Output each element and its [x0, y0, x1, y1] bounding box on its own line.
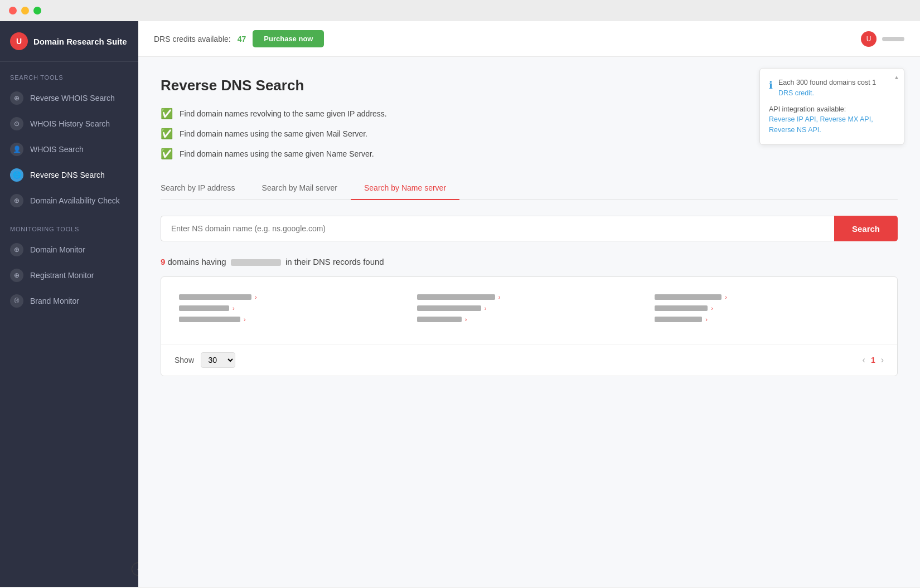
show-label: Show [175, 356, 194, 365]
sidebar-item-label: Reverse DNS Search [30, 171, 105, 179]
monitoring-tools-label: Monitoring tools [0, 213, 138, 237]
sidebar: U Domain Research Suite Search tools ⊕ R… [0, 21, 138, 587]
sidebar-item-label: Domain Monitor [30, 245, 85, 254]
topbar-right: U [861, 31, 904, 47]
whois-search-icon: 👤 [10, 143, 23, 156]
sidebar-item-label: WHOIS Search [30, 145, 84, 154]
domain-monitor-icon: ⊕ [10, 243, 23, 256]
results-redacted-text [231, 259, 281, 266]
table-row[interactable]: › [655, 305, 879, 312]
reverse-whois-icon: ⊕ [10, 91, 23, 105]
main-panel: DRS credits available: 47 Purchase now U… [138, 21, 920, 587]
feature-item-3: ✅ Find domain names using the same given… [161, 148, 898, 160]
sidebar-item-label: WHOIS History Search [30, 119, 110, 128]
next-page-button[interactable]: › [881, 355, 884, 365]
domain-availability-icon: ⊕ [10, 194, 23, 207]
topbar: DRS credits available: 47 Purchase now U [138, 21, 920, 57]
feature-text-1: Find domain names revolving to the same … [180, 109, 387, 118]
scroll-indicator: ▲ [894, 73, 899, 81]
sidebar-item-domain-monitor[interactable]: ⊕ Domain Monitor [0, 237, 138, 263]
info-icon: ℹ [769, 78, 773, 93]
table-row[interactable]: › [655, 294, 879, 300]
prev-page-button[interactable]: ‹ [863, 355, 865, 365]
user-menu-bar [882, 37, 904, 41]
whois-history-icon: ⊙ [10, 117, 23, 130]
credits-label: DRS credits available: [154, 35, 231, 43]
content-area: ▲ ℹ Each 300 found domains cost 1 DRS cr… [138, 57, 920, 587]
table-row[interactable]: › [655, 316, 879, 323]
tab-mail-server[interactable]: Search by Mail server [249, 177, 351, 200]
brand-monitor-icon: ® [10, 294, 23, 308]
pagination-controls: ‹ 1 › [863, 355, 884, 365]
search-area: Search [161, 216, 898, 241]
info-tooltip-content: Each 300 found domains cost 1 DRS credit… [778, 77, 876, 99]
sidebar-item-label: Domain Availability Check [30, 196, 120, 205]
search-tabs: Search by IP address Search by Mail serv… [161, 177, 898, 200]
table-row[interactable]: › [179, 316, 404, 323]
sidebar-header: U Domain Research Suite [0, 21, 138, 62]
search-button[interactable]: Search [834, 216, 898, 241]
sidebar-logo: U [10, 32, 28, 50]
sidebar-item-label: Registrant Monitor [30, 271, 94, 280]
tab-ip-address[interactable]: Search by IP address [161, 177, 249, 200]
pagination-bar: Show 30 50 100 ‹ 1 › [161, 344, 897, 376]
info-tooltip-header: ℹ Each 300 found domains cost 1 DRS cred… [769, 77, 895, 99]
table-row[interactable]: › [417, 305, 642, 312]
credits-value: 47 [238, 35, 246, 43]
tab-name-server[interactable]: Search by Name server [351, 177, 459, 200]
sidebar-item-domain-availability[interactable]: ⊕ Domain Availability Check [0, 188, 138, 213]
user-avatar[interactable]: U [861, 31, 877, 47]
table-row[interactable]: › [179, 305, 404, 312]
results-col-1: › › › [179, 294, 404, 327]
sidebar-title: Domain Research Suite [33, 37, 127, 46]
check-icon-3: ✅ [161, 148, 173, 160]
results-col-2: › › › [417, 294, 642, 327]
check-icon-1: ✅ [161, 108, 173, 120]
sidebar-item-reverse-dns[interactable]: 🌐 Reverse DNS Search [0, 162, 138, 188]
table-row[interactable]: › [179, 294, 404, 300]
sidebar-item-brand-monitor[interactable]: ® Brand Monitor [0, 288, 138, 314]
purchase-now-button[interactable]: Purchase now [253, 30, 324, 47]
check-icon-2: ✅ [161, 128, 173, 140]
results-card: › › › [161, 276, 898, 376]
feature-text-2: Find domain names using the same given M… [180, 129, 367, 138]
drs-credit-link[interactable]: DRS credit. [778, 89, 814, 97]
info-api-section: API integration available: Reverse IP AP… [769, 104, 895, 135]
table-row[interactable]: › [417, 316, 642, 323]
minimize-button[interactable] [21, 7, 29, 14]
sidebar-item-reverse-whois[interactable]: ⊕ Reverse WHOIS Search [0, 85, 138, 111]
feature-text-3: Find domain names using the same given N… [180, 149, 374, 158]
sidebar-item-whois-search[interactable]: 👤 WHOIS Search [0, 137, 138, 162]
info-tooltip: ▲ ℹ Each 300 found domains cost 1 DRS cr… [759, 68, 904, 145]
registrant-monitor-icon: ⊕ [10, 269, 23, 282]
sidebar-item-registrant-monitor[interactable]: ⊕ Registrant Monitor [0, 263, 138, 288]
topbar-left: DRS credits available: 47 Purchase now [154, 30, 324, 47]
results-count: 9 [161, 257, 165, 266]
show-select[interactable]: 30 50 100 [201, 352, 235, 368]
maximize-button[interactable] [33, 7, 41, 14]
reverse-dns-icon: 🌐 [10, 168, 23, 182]
results-grid: › › › [161, 277, 897, 344]
sidebar-item-label: Brand Monitor [30, 297, 79, 305]
current-page: 1 [871, 356, 875, 365]
sidebar-item-whois-history[interactable]: ⊙ WHOIS History Search [0, 111, 138, 137]
show-control: Show 30 50 100 [175, 352, 240, 368]
ns-search-input[interactable] [161, 216, 834, 241]
window-chrome [0, 0, 920, 21]
search-tools-label: Search tools [0, 62, 138, 85]
api-links[interactable]: Reverse IP API, Reverse MX API, Reverse … [769, 115, 873, 134]
close-button[interactable] [9, 7, 17, 14]
results-col-3: › › › [655, 294, 879, 327]
table-row[interactable]: › [417, 294, 642, 300]
results-summary: 9 domains having in their DNS records fo… [161, 257, 898, 266]
app-container: U Domain Research Suite Search tools ⊕ R… [0, 21, 920, 587]
sidebar-item-label: Reverse WHOIS Search [30, 94, 115, 103]
